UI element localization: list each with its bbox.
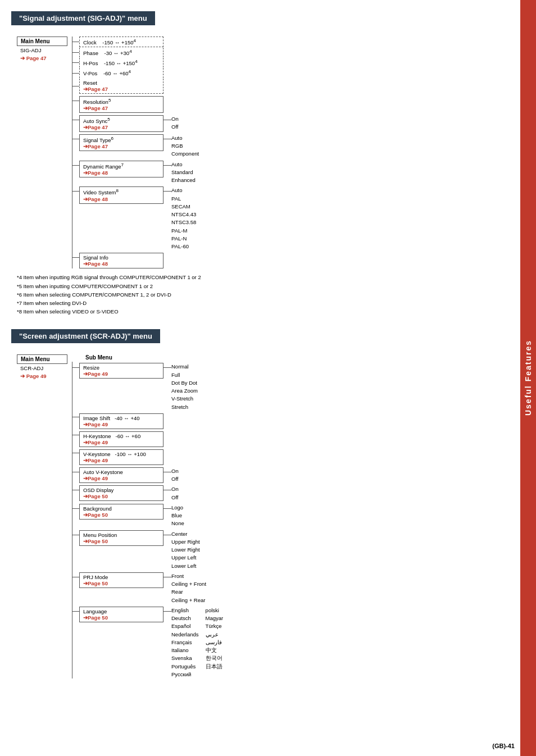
siginfo-row: Signal Info ➔Page 48: [72, 253, 199, 268]
scr-adj-main-menu: Main Menu SCR-ADJ ➔ Page 49: [17, 354, 67, 380]
autovkey-options: OnOff: [171, 467, 179, 484]
right-sidebar: Useful Features: [520, 0, 536, 756]
dynrange-options: AutoStandardEnhanced: [171, 161, 196, 185]
vkeystone-item: V-Keystone -100 ↔ +100 ➔Page 49: [79, 449, 163, 465]
imageshift-row: Image Shift -40 ↔ +40 ➔Page 49: [72, 413, 223, 429]
sig-adj-section: "Signal adjustment (SIG-ADJ)" menu Main …: [11, 11, 525, 316]
scr-adj-title: "Screen adjustment (SCR-ADJ)" menu: [11, 329, 160, 343]
reset-item: Reset ➔Page 47: [79, 79, 163, 94]
resolution-item: Resolution5 ➔Page 47: [79, 96, 163, 113]
resize-row: Resize ➔Page 49 NormalFullDot By DotArea…: [72, 363, 223, 411]
siginfo-item: Signal Info ➔Page 48: [79, 253, 163, 268]
sig-adj-sub-items: Clock -150 ↔ +1504 Phase -30 ↔ +304: [67, 37, 199, 268]
sig-adj-item: SIG-ADJ: [17, 46, 67, 54]
page-number: (GB)-41: [492, 743, 515, 749]
sig-adj-diagram: Main Menu SIG-ADJ ➔ Page 47 Clock -150: [17, 37, 525, 268]
scr-adj-sub-container: Sub Menu Resize ➔Page 49 NormalFullDot B…: [72, 354, 223, 678]
sig-adj-main-menu: Main Menu SIG-ADJ ➔ Page 47: [17, 37, 67, 62]
footnote-5: *5 Item when inputting COMPUTER/COMPONEN…: [17, 282, 525, 290]
autosync-options: OnOff: [171, 115, 179, 131]
sig-adj-group1-items: Clock -150 ↔ +1504 Phase -30 ↔ +304: [72, 37, 199, 268]
resolution-row: Resolution5 ➔Page 47: [72, 96, 199, 113]
videosys-row: Video System8 ➔Page 48 AutoPALSECAMNTSC4…: [72, 186, 199, 251]
scr-adj-section: "Screen adjustment (SCR-ADJ)" menu Main …: [11, 329, 525, 678]
hkeystone-item: H-Keystone -60 ↔ +60 ➔Page 49: [79, 431, 163, 447]
language-col1: EnglishDeutschEspañolNederlandsFrançaisI…: [171, 607, 199, 678]
osd-options: OnOff: [171, 485, 179, 502]
scr-main-menu-header: Main Menu: [17, 354, 67, 364]
autovkey-row: Auto V-Keystone ➔Page 49 OnOff: [72, 467, 223, 484]
language-options: EnglishDeutschEspañolNederlandsFrançaisI…: [171, 607, 223, 678]
sidebar-label: Useful Features: [524, 340, 533, 416]
dynrange-row: Dynamic Range7 ➔Page 48 AutoStandardEnha…: [72, 161, 199, 185]
reset-row: Reset ➔Page 47: [72, 79, 199, 94]
scr-adj-page: ➔ Page 49: [17, 372, 67, 380]
scr-adj-tree: Resize ➔Page 49 NormalFullDot By DotArea…: [72, 362, 223, 678]
main-menu-header: Main Menu: [17, 37, 67, 46]
autosync-row: Auto Sync5 ➔Page 47 OnOff: [72, 115, 199, 132]
osd-row: OSD Display ➔Page 50 OnOff: [72, 485, 223, 502]
menupos-options: CenterUpper RightLower RightUpper LeftLo…: [171, 530, 200, 570]
sig-adj-page: ➔ Page 47: [17, 54, 67, 62]
phase-row: Phase -30 ↔ +304: [72, 48, 199, 57]
clock-item: Clock -150 ↔ +1504: [79, 37, 163, 47]
phase-item: Phase -30 ↔ +304: [79, 48, 163, 57]
vpos-item: V-Pos -60 ↔ +604: [79, 68, 163, 78]
language-row: Language ➔Page 50 EnglishDeutschEspañolN…: [72, 607, 223, 678]
menupos-row: Menu Position ➔Page 50 CenterUpper Right…: [72, 530, 223, 570]
prjmode-item: PRJ Mode ➔Page 50: [79, 572, 163, 588]
dynrange-item: Dynamic Range7 ➔Page 48: [79, 161, 163, 177]
sig-adj-footnotes: *4 Item when inputting RGB signal throug…: [17, 273, 525, 316]
menupos-item: Menu Position ➔Page 50: [79, 530, 163, 546]
prjmode-options: FrontCeiling + FrontRearCeiling + Rear: [171, 572, 206, 604]
scr-adj-item: SCR-ADJ: [17, 364, 67, 372]
hkeystone-row: H-Keystone -60 ↔ +60 ➔Page 49: [72, 431, 223, 447]
background-row: Background ➔Page 50 LogoBlueNone: [72, 504, 223, 528]
vkeystone-row: V-Keystone -100 ↔ +100 ➔Page 49: [72, 449, 223, 465]
footnote-6: *6 Item when selecting COMPUTER/COMPONEN…: [17, 290, 525, 299]
vpos-row: V-Pos -60 ↔ +604: [72, 68, 199, 78]
signaltype-item: Signal Type6 ➔Page 47: [79, 134, 163, 151]
hpos-item: H-Pos -150 ↔ +1504: [79, 58, 163, 67]
videosys-item: Video System8 ➔Page 48: [79, 186, 163, 203]
hpos-row: H-Pos -150 ↔ +1504: [72, 58, 199, 67]
resize-item: Resize ➔Page 49: [79, 363, 163, 379]
prjmode-row: PRJ Mode ➔Page 50 FrontCeiling + FrontRe…: [72, 572, 223, 604]
footnote-4: *4 Item when inputting RGB signal throug…: [17, 273, 525, 281]
language-item: Language ➔Page 50: [79, 607, 163, 622]
scr-adj-diagram: Main Menu SCR-ADJ ➔ Page 49 Sub Menu Res…: [17, 354, 525, 678]
resize-options: NormalFullDot By DotArea ZoomV-StretchSt…: [171, 363, 198, 411]
videosys-options: AutoPALSECAMNTSC4.43NTSC3.58PAL-MPAL-NPA…: [171, 186, 196, 251]
clock-row: Clock -150 ↔ +1504: [72, 37, 199, 47]
background-item: Background ➔Page 50: [79, 504, 163, 520]
sig-adj-tree: Clock -150 ↔ +1504 Phase -30 ↔ +304: [72, 37, 199, 268]
sub-menu-header: Sub Menu: [85, 354, 112, 361]
language-col2: polskiMagyarTürkçeعربيفارسی中文한국어日本語: [206, 607, 224, 678]
sig-adj-group1: Clock -150 ↔ +1504 Phase -30 ↔ +304: [72, 37, 199, 268]
background-options: LogoBlueNone: [171, 504, 184, 528]
page-container: "Signal adjustment (SIG-ADJ)" menu Main …: [0, 0, 536, 756]
osd-item: OSD Display ➔Page 50: [79, 485, 163, 501]
autosync-item: Auto Sync5 ➔Page 47: [79, 115, 163, 132]
autovkey-item: Auto V-Keystone ➔Page 49: [79, 467, 163, 483]
signaltype-options: AutoRGBComponent: [171, 134, 199, 158]
footnote-8: *8 Item when selecting VIDEO or S-VIDEO: [17, 307, 525, 316]
signaltype-row: Signal Type6 ➔Page 47 AutoRGBComponent: [72, 134, 199, 158]
imageshift-item: Image Shift -40 ↔ +40 ➔Page 49: [79, 413, 163, 429]
sig-adj-title: "Signal adjustment (SIG-ADJ)" menu: [11, 11, 155, 25]
footnote-7: *7 Item when selecting DVI-D: [17, 299, 525, 307]
